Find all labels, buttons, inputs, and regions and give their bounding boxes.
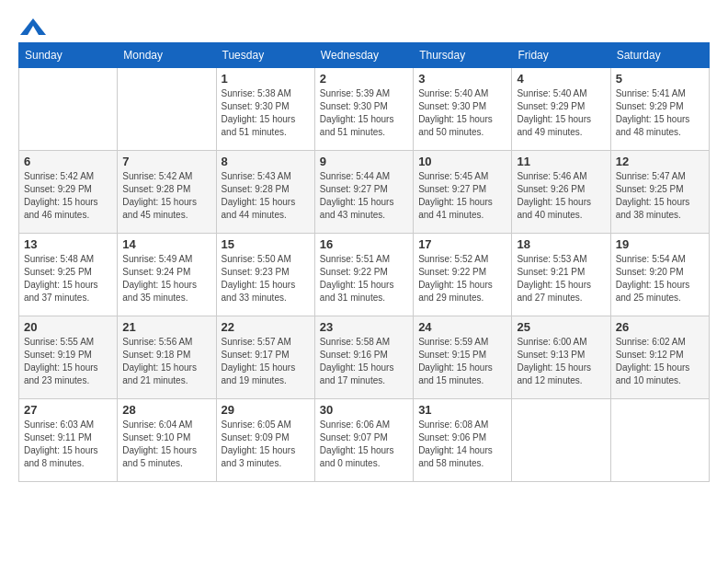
- calendar: SundayMondayTuesdayWednesdayThursdayFrid…: [18, 42, 710, 482]
- day-number: 18: [517, 237, 605, 251]
- day-number: 28: [122, 403, 210, 417]
- logo-icon: [20, 18, 46, 35]
- calendar-cell: 9Sunrise: 5:44 AMSunset: 9:27 PMDaylight…: [314, 151, 413, 234]
- day-detail: Sunrise: 5:49 AMSunset: 9:24 PMDaylight:…: [122, 253, 210, 304]
- day-number: 2: [320, 72, 408, 86]
- calendar-cell: 27Sunrise: 6:03 AMSunset: 9:11 PMDayligh…: [19, 399, 118, 482]
- day-detail: Sunrise: 5:39 AMSunset: 9:30 PMDaylight:…: [320, 87, 408, 139]
- day-number: 3: [418, 72, 506, 86]
- calendar-cell: 24Sunrise: 5:59 AMSunset: 9:15 PMDayligh…: [414, 316, 512, 399]
- calendar-week-row: 27Sunrise: 6:03 AMSunset: 9:11 PMDayligh…: [19, 399, 710, 482]
- day-detail: Sunrise: 5:52 AMSunset: 9:22 PMDaylight:…: [418, 253, 506, 304]
- page-header: [18, 18, 710, 33]
- calendar-cell: 4Sunrise: 5:40 AMSunset: 9:29 PMDaylight…: [512, 68, 610, 151]
- calendar-cell: 18Sunrise: 5:53 AMSunset: 9:21 PMDayligh…: [512, 234, 610, 316]
- day-number: 25: [517, 320, 605, 334]
- weekday-header: Saturday: [610, 43, 709, 68]
- day-number: 29: [222, 403, 310, 417]
- calendar-cell: [118, 68, 216, 151]
- weekday-header: Thursday: [414, 43, 512, 68]
- day-number: 10: [418, 155, 506, 168]
- day-detail: Sunrise: 5:43 AMSunset: 9:28 PMDaylight:…: [222, 170, 310, 222]
- day-number: 23: [320, 320, 408, 334]
- weekday-header: Wednesday: [314, 43, 413, 68]
- day-number: 12: [616, 155, 704, 168]
- day-detail: Sunrise: 5:44 AMSunset: 9:27 PMDaylight:…: [320, 170, 408, 222]
- day-number: 4: [517, 72, 605, 86]
- calendar-cell: 20Sunrise: 5:55 AMSunset: 9:19 PMDayligh…: [19, 316, 118, 399]
- day-number: 27: [24, 403, 112, 417]
- calendar-cell: [512, 399, 610, 482]
- day-number: 22: [222, 320, 310, 334]
- calendar-cell: 10Sunrise: 5:45 AMSunset: 9:27 PMDayligh…: [414, 151, 512, 234]
- day-number: 11: [517, 155, 605, 168]
- calendar-cell: 28Sunrise: 6:04 AMSunset: 9:10 PMDayligh…: [118, 399, 216, 482]
- calendar-cell: 25Sunrise: 6:00 AMSunset: 9:13 PMDayligh…: [512, 316, 610, 399]
- day-detail: Sunrise: 5:47 AMSunset: 9:25 PMDaylight:…: [616, 170, 704, 222]
- calendar-cell: 16Sunrise: 5:51 AMSunset: 9:22 PMDayligh…: [314, 234, 413, 316]
- calendar-week-row: 6Sunrise: 5:42 AMSunset: 9:29 PMDaylight…: [19, 151, 710, 234]
- day-number: 26: [616, 320, 704, 334]
- calendar-cell: 29Sunrise: 6:05 AMSunset: 9:09 PMDayligh…: [216, 399, 314, 482]
- calendar-cell: 17Sunrise: 5:52 AMSunset: 9:22 PMDayligh…: [414, 234, 512, 316]
- calendar-cell: 12Sunrise: 5:47 AMSunset: 9:25 PMDayligh…: [610, 151, 709, 234]
- day-number: 14: [122, 237, 210, 251]
- day-number: 1: [222, 72, 310, 86]
- day-detail: Sunrise: 6:06 AMSunset: 9:07 PMDaylight:…: [320, 419, 408, 470]
- day-detail: Sunrise: 5:42 AMSunset: 9:28 PMDaylight:…: [122, 170, 210, 222]
- day-detail: Sunrise: 5:45 AMSunset: 9:27 PMDaylight:…: [418, 170, 506, 222]
- day-number: 16: [320, 237, 408, 251]
- day-detail: Sunrise: 6:05 AMSunset: 9:09 PMDaylight:…: [222, 419, 310, 470]
- calendar-week-row: 20Sunrise: 5:55 AMSunset: 9:19 PMDayligh…: [19, 316, 710, 399]
- day-number: 19: [616, 237, 704, 251]
- day-detail: Sunrise: 6:08 AMSunset: 9:06 PMDaylight:…: [418, 419, 506, 470]
- weekday-header-row: SundayMondayTuesdayWednesdayThursdayFrid…: [19, 43, 710, 68]
- calendar-cell: 6Sunrise: 5:42 AMSunset: 9:29 PMDaylight…: [19, 151, 118, 234]
- day-number: 9: [320, 155, 408, 168]
- weekday-header: Sunday: [19, 43, 118, 68]
- day-detail: Sunrise: 6:04 AMSunset: 9:10 PMDaylight:…: [122, 419, 210, 470]
- calendar-cell: [610, 399, 709, 482]
- calendar-week-row: 1Sunrise: 5:38 AMSunset: 9:30 PMDaylight…: [19, 68, 710, 151]
- day-detail: Sunrise: 5:55 AMSunset: 9:19 PMDaylight:…: [24, 336, 112, 387]
- calendar-cell: 3Sunrise: 5:40 AMSunset: 9:30 PMDaylight…: [414, 68, 512, 151]
- day-detail: Sunrise: 5:59 AMSunset: 9:15 PMDaylight:…: [418, 336, 506, 387]
- day-detail: Sunrise: 5:50 AMSunset: 9:23 PMDaylight:…: [222, 253, 310, 304]
- day-number: 24: [418, 320, 506, 334]
- calendar-cell: 23Sunrise: 5:58 AMSunset: 9:16 PMDayligh…: [314, 316, 413, 399]
- day-number: 5: [616, 72, 704, 86]
- weekday-header: Tuesday: [216, 43, 314, 68]
- calendar-cell: 26Sunrise: 6:02 AMSunset: 9:12 PMDayligh…: [610, 316, 709, 399]
- day-number: 21: [122, 320, 210, 334]
- day-detail: Sunrise: 6:03 AMSunset: 9:11 PMDaylight:…: [24, 419, 112, 470]
- day-detail: Sunrise: 5:40 AMSunset: 9:29 PMDaylight:…: [517, 87, 605, 139]
- day-number: 6: [24, 155, 112, 168]
- day-detail: Sunrise: 5:57 AMSunset: 9:17 PMDaylight:…: [222, 336, 310, 387]
- calendar-cell: 11Sunrise: 5:46 AMSunset: 9:26 PMDayligh…: [512, 151, 610, 234]
- weekday-header: Monday: [118, 43, 216, 68]
- logo: [18, 18, 46, 33]
- calendar-cell: 22Sunrise: 5:57 AMSunset: 9:17 PMDayligh…: [216, 316, 314, 399]
- day-number: 7: [122, 155, 210, 168]
- calendar-cell: 31Sunrise: 6:08 AMSunset: 9:06 PMDayligh…: [414, 399, 512, 482]
- day-detail: Sunrise: 6:02 AMSunset: 9:12 PMDaylight:…: [616, 336, 704, 387]
- day-detail: Sunrise: 5:38 AMSunset: 9:30 PMDaylight:…: [222, 87, 310, 139]
- day-number: 13: [24, 237, 112, 251]
- day-detail: Sunrise: 5:40 AMSunset: 9:30 PMDaylight:…: [418, 87, 506, 139]
- day-number: 30: [320, 403, 408, 417]
- calendar-cell: [19, 68, 118, 151]
- day-detail: Sunrise: 5:56 AMSunset: 9:18 PMDaylight:…: [122, 336, 210, 387]
- day-number: 31: [418, 403, 506, 417]
- calendar-cell: 1Sunrise: 5:38 AMSunset: 9:30 PMDaylight…: [216, 68, 314, 151]
- day-detail: Sunrise: 5:51 AMSunset: 9:22 PMDaylight:…: [320, 253, 408, 304]
- calendar-cell: 19Sunrise: 5:54 AMSunset: 9:20 PMDayligh…: [610, 234, 709, 316]
- calendar-cell: 21Sunrise: 5:56 AMSunset: 9:18 PMDayligh…: [118, 316, 216, 399]
- calendar-cell: 2Sunrise: 5:39 AMSunset: 9:30 PMDaylight…: [314, 68, 413, 151]
- day-number: 8: [222, 155, 310, 168]
- day-number: 15: [222, 237, 310, 251]
- day-detail: Sunrise: 5:54 AMSunset: 9:20 PMDaylight:…: [616, 253, 704, 304]
- calendar-week-row: 13Sunrise: 5:48 AMSunset: 9:25 PMDayligh…: [19, 234, 710, 316]
- day-detail: Sunrise: 5:42 AMSunset: 9:29 PMDaylight:…: [24, 170, 112, 222]
- calendar-cell: 7Sunrise: 5:42 AMSunset: 9:28 PMDaylight…: [118, 151, 216, 234]
- day-number: 17: [418, 237, 506, 251]
